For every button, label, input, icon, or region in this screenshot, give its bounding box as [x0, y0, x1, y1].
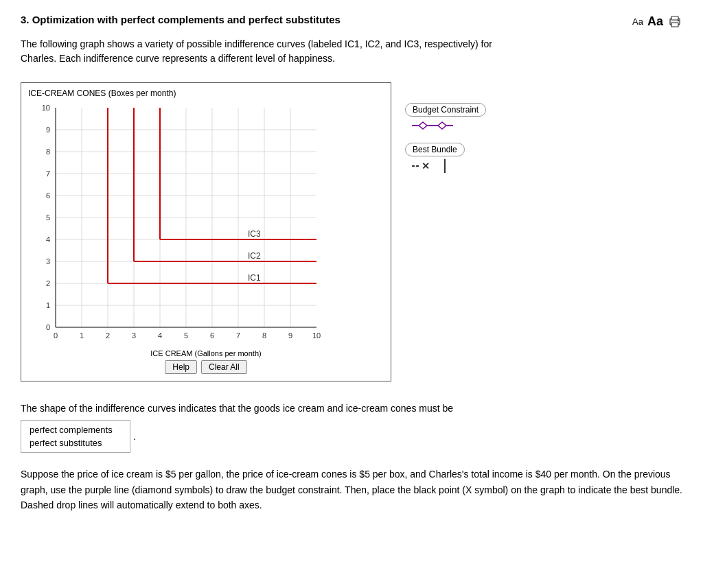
section-title: 3. Optimization with perfect complements… [21, 14, 632, 25]
svg-text:0: 0 [54, 331, 58, 340]
budget-constraint-label: Budget Constraint [405, 103, 486, 117]
dropdown-section: The shape of the indifference curves ind… [21, 401, 682, 453]
best-bundle-symbols: ✕ [412, 159, 448, 173]
budget-constraint-legend: Budget Constraint [405, 103, 486, 132]
dropdown-sentence-text: The shape of the indifference curves ind… [21, 403, 453, 414]
graph-inner: 10 9 8 7 6 5 4 3 2 1 0 0 1 2 3 4 [28, 101, 384, 374]
dropdown-sentence: The shape of the indifference curves ind… [21, 401, 682, 416]
svg-text:0: 0 [46, 323, 50, 331]
graph-buttons: Help Clear All [28, 360, 384, 374]
svg-text:9: 9 [46, 126, 50, 134]
option-perfect-substitutes[interactable]: perfect substitutes [27, 436, 124, 449]
graph-y-title: ICE-CREAM CONES (Boxes per month) [28, 89, 384, 98]
print-icon[interactable] [667, 14, 682, 29]
font-controls: Aa Aa [632, 14, 682, 29]
svg-text:8: 8 [262, 331, 266, 340]
best-bundle-label: Best Bundle [405, 143, 465, 156]
svg-rect-2 [671, 16, 678, 20]
svg-text:8: 8 [46, 148, 50, 156]
x-axis-label: ICE CREAM (Gallons per month) [28, 349, 384, 357]
chart-area[interactable]: 10 9 8 7 6 5 4 3 2 1 0 0 1 2 3 4 [28, 101, 384, 374]
svg-text:6: 6 [46, 191, 50, 200]
period-after-dropdown: . [133, 431, 136, 442]
best-bundle-legend: Best Bundle ✕ [405, 143, 486, 173]
section-heading: Optimization with perfect complements an… [32, 14, 341, 25]
svg-text:10: 10 [42, 104, 50, 112]
svg-text:2: 2 [106, 331, 110, 340]
intro-line1: The following graph shows a variety of p… [21, 38, 492, 49]
svg-text:7: 7 [46, 169, 50, 178]
svg-text:1: 1 [80, 331, 84, 340]
dropdown-row: perfect complements perfect substitutes … [21, 420, 682, 453]
svg-rect-1 [671, 23, 678, 27]
font-large-button[interactable]: Aa [647, 14, 663, 29]
bottom-text: Suppose the price of ice cream is $5 per… [21, 467, 682, 513]
svg-text:4: 4 [46, 235, 50, 244]
svg-text:10: 10 [312, 331, 321, 340]
svg-text:5: 5 [184, 331, 188, 340]
chart-svg: 10 9 8 7 6 5 4 3 2 1 0 0 1 2 3 4 [28, 101, 344, 348]
ic2-curve [134, 108, 316, 261]
svg-marker-53 [419, 122, 427, 129]
svg-text:3: 3 [46, 257, 50, 266]
graph-section: ICE-CREAM CONES (Boxes per month) [21, 82, 682, 381]
intro-text: The following graph shows a variety of p… [21, 37, 682, 66]
intro-line2: Charles. Each indifference curve represe… [21, 53, 335, 64]
bottom-paragraph: Suppose the price of ice cream is $5 per… [21, 469, 682, 510]
section-number: 3. [21, 14, 30, 25]
svg-marker-54 [438, 122, 446, 129]
svg-text:6: 6 [210, 331, 214, 340]
svg-text:1: 1 [46, 301, 50, 309]
ic1-label: IC1 [248, 273, 261, 283]
ic2-label: IC2 [248, 251, 261, 261]
budget-constraint-line-icon [412, 119, 453, 132]
svg-text:9: 9 [288, 331, 292, 340]
font-small-button[interactable]: Aa [632, 16, 643, 27]
option-perfect-complements[interactable]: perfect complements [27, 423, 124, 436]
svg-text:2: 2 [46, 279, 50, 287]
answer-dropdown[interactable]: perfect complements perfect substitutes [21, 420, 130, 453]
clear-all-button[interactable]: Clear All [201, 360, 247, 374]
ic3-label: IC3 [248, 229, 261, 239]
svg-text:5: 5 [46, 213, 50, 222]
best-bundle-line-icon: ✕ [412, 159, 439, 173]
svg-text:✕: ✕ [422, 161, 430, 172]
svg-rect-3 [678, 20, 679, 21]
budget-constraint-symbols [412, 119, 453, 132]
legend-area: Budget Constraint Best Bundle ✕ [405, 82, 486, 173]
section-header: 3. Optimization with perfect complements… [21, 14, 682, 29]
best-bundle-drop-icon [442, 159, 448, 173]
help-button[interactable]: Help [165, 360, 197, 374]
svg-text:4: 4 [158, 331, 162, 340]
graph-container: ICE-CREAM CONES (Boxes per month) [21, 82, 391, 381]
svg-text:7: 7 [236, 331, 240, 340]
svg-text:3: 3 [132, 331, 136, 340]
